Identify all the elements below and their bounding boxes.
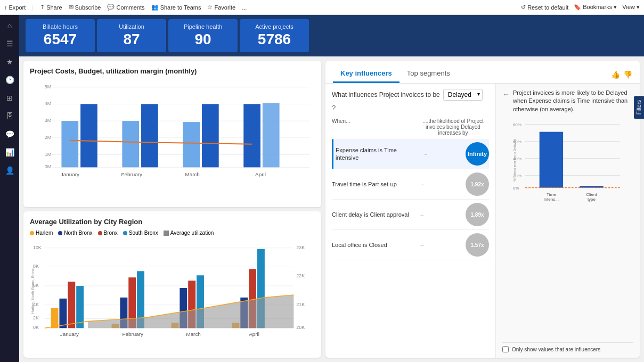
svg-text:80%: 80% [513,122,521,127]
toolbar-right-actions: ↺ Reset to default 🔖 Bookmarks ▾ View ▾ [521,4,640,11]
svg-rect-14 [122,121,139,167]
thumbs-up-icon[interactable]: 👍 [611,70,620,79]
svg-text:Client: Client [586,192,597,197]
avg-util-chart-title: Average Utilization by City Region [30,218,315,226]
legend-north-bronx: North Bronx [58,230,92,236]
left-panel: Project Costs, Budget, utilization margi… [23,61,321,358]
ki-tabs: Key influencers Top segments [333,66,458,83]
ki-row-1[interactable]: Travel time is Part set-up → 1.92x [332,169,489,200]
thumbs-down-icon[interactable]: 👎 [623,70,632,79]
kpi-utilization[interactable]: Utilization 87 [97,19,166,52]
ki-bubble-2: 1.89x [466,203,489,226]
ki-help-icon[interactable]: ? [332,104,336,112]
sidebar-search[interactable]: ☰ [2,36,17,51]
influencers-only-checkbox[interactable] [502,346,509,352]
teams-icon: 👥 [151,4,159,11]
back-arrow-icon: ← [502,89,510,100]
svg-text:February: February [122,331,143,337]
arrow-icon-1: → [417,182,427,187]
share-icon: ⇡ [40,4,45,11]
toolbar-favorite[interactable]: ☆ Favorite [207,4,235,11]
svg-text:Harlem, North Bronx, Bronx...: Harlem, North Bronx, Bronx... [31,266,35,314]
svg-rect-12 [61,121,78,167]
project-costs-chart-title: Project Costs, Budget, utilization margi… [30,67,315,75]
svg-text:0K: 0K [33,325,39,330]
svg-rect-15 [141,104,158,167]
kpi-bar: Billable hours 6547 Utilization 87 Pipel… [19,15,644,56]
kpi-pipeline-health[interactable]: Pipeline health 90 [168,19,238,52]
ki-detail-svg: 80% 60% 40% 20% 0% %Project invoices is … [502,118,633,203]
ki-right: ← Project invoices is more likely to be … [496,84,640,358]
svg-rect-16 [183,122,200,167]
toolbar-share[interactable]: ⇡ Share [40,4,62,11]
toolbar-export[interactable]: ↑ Export [4,4,26,11]
sidebar-apps[interactable]: ⊞ [2,90,17,105]
bookmark-icon: 🔖 [574,4,581,11]
ki-bubble-1: 1.92x [466,172,489,196]
svg-rect-17 [202,104,219,167]
ki-left: What influences Project invoices to be D… [325,84,496,358]
ki-row-0[interactable]: Expense claims is Time intensive → Infin… [332,139,489,169]
svg-text:January: January [61,171,79,177]
reset-default-button[interactable]: ↺ Reset to default [521,4,568,11]
sidebar-database[interactable]: 🗄 [2,109,17,124]
toolbar-comments[interactable]: 💬 Comments [107,4,144,11]
ki-tab-actions: 👍 👎 [611,70,632,79]
sidebar-home[interactable]: ⌂ [2,18,17,33]
avg-util-chart-card: Average Utilization by City Region Harle… [23,211,321,358]
toolbar-share-teams[interactable]: 👥 Share to Teams [151,4,201,11]
sidebar-time[interactable]: 🕐 [2,72,17,87]
ki-row-3[interactable]: Local office is Closed → 1.57x [332,230,489,260]
svg-text:February: February [121,171,142,177]
toolbar-subscribe[interactable]: ✉ Subscribe [69,4,101,11]
ki-columns: When... ....the likelihood of Project in… [332,118,489,136]
sidebar-report[interactable]: 📊 [2,145,17,160]
svg-text:intens...: intens... [544,197,559,202]
ki-bubble-0: Infinity [466,142,489,166]
svg-text:April: April [249,331,259,337]
svg-text:10K: 10K [33,245,42,250]
svg-rect-13 [80,104,97,167]
project-costs-svg: 5M 4M 3M 2M 1M 0M [30,79,315,178]
svg-text:1M: 1M [45,152,51,157]
svg-text:2M: 2M [45,135,51,140]
ki-question: What influences Project invoices to be D… [332,89,489,112]
legend-bronx: Bronx [98,230,118,236]
ki-bubble-3: 1.57x [466,233,489,257]
subscribe-icon: ✉ [69,4,74,11]
svg-rect-19 [263,103,280,167]
view-button[interactable]: View ▾ [622,4,640,11]
svg-text:0%: 0% [513,186,519,191]
reset-icon: ↺ [521,4,526,11]
ki-header: Key influencers Top segments 👍 👎 [325,61,640,84]
bookmarks-button[interactable]: 🔖 Bookmarks ▾ [574,4,617,11]
kpi-billable-hours[interactable]: Billable hours 6547 [26,19,95,52]
svg-text:March: March [186,331,200,337]
ki-row-2[interactable]: Client delay is Client approval → 1.89x [332,200,489,230]
svg-text:Time: Time [547,192,556,197]
key-influencers-panel: Key influencers Top segments 👍 👎 [325,61,640,358]
legend-harlem: Harlem [30,230,53,236]
sidebar-star[interactable]: ★ [2,54,17,69]
svg-text:March: March [185,171,199,177]
arrow-icon-2: → [417,212,427,218]
avg-util-svg: 10K 8K 6K 4K 2K 0K 23K 22K 21K 20K [30,239,315,338]
svg-text:23K: 23K [296,245,305,250]
ki-body: What influences Project invoices to be D… [325,84,640,358]
arrow-icon-3: → [417,242,427,248]
sidebar-chat[interactable]: 💬 [2,127,17,142]
tab-top-segments[interactable]: Top segments [400,66,458,83]
main-content: Billable hours 6547 Utilization 87 Pipel… [19,15,644,362]
svg-text:January: January [60,331,79,337]
svg-text:5M: 5M [45,84,51,89]
svg-text:21K: 21K [296,302,305,307]
tab-key-influencers[interactable]: Key influencers [333,66,400,83]
svg-text:%Project invoices is Delayed: %Project invoices is Delayed [512,139,516,182]
svg-rect-41 [51,308,59,328]
sidebar-user[interactable]: 👤 [2,163,17,178]
kpi-active-projects[interactable]: Active projects 5786 [240,19,309,52]
filters-tab[interactable]: Filters [634,96,644,119]
sidebar: ⌂ ☰ ★ 🕐 ⊞ 🗄 💬 📊 👤 [0,15,19,362]
ki-dropdown-delayed[interactable]: Delayed ▾ [443,89,483,101]
toolbar-more[interactable]: ... [242,4,247,11]
